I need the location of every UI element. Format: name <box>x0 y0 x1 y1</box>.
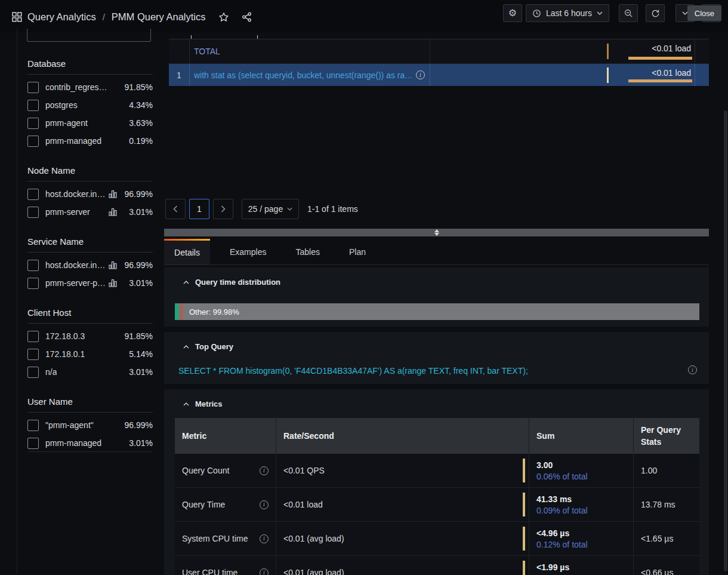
checkbox[interactable] <box>27 136 39 147</box>
query-table-row[interactable]: TOTAL i <0.01 load <box>169 39 709 64</box>
filter-item[interactable]: "pmm-agent" 96.99% <box>17 416 160 434</box>
checkbox[interactable] <box>27 420 39 431</box>
time-range-label: Last 6 hours <box>546 8 592 18</box>
details-tab[interactable]: Plan <box>340 239 375 265</box>
checkbox[interactable] <box>27 278 39 289</box>
checkbox[interactable] <box>27 82 39 93</box>
rate-sparkline-spike <box>523 561 525 575</box>
row-number <box>169 39 190 63</box>
filter-item-label[interactable]: 172.18.0.1 <box>45 349 85 359</box>
query-table: TOTAL i <0.01 load 1 with stat as (selec… <box>169 39 709 87</box>
filter-item[interactable]: host.docker.in… 96.99% <box>17 256 160 274</box>
filter-item[interactable]: contrib_regres… 91.85% <box>17 78 160 96</box>
checkbox[interactable] <box>27 331 39 342</box>
divider <box>27 252 153 253</box>
bar-chart-icon[interactable] <box>109 208 117 216</box>
checkbox[interactable] <box>27 260 39 271</box>
metric-name: User CPU time <box>182 568 237 575</box>
settings-button[interactable]: ⚙ <box>503 4 522 22</box>
chevron-up-icon[interactable] <box>183 402 189 406</box>
filter-item-label[interactable]: host.docker.in… <box>45 260 105 270</box>
rate-sparkline-spike <box>523 459 525 482</box>
filter-item[interactable]: 172.18.0.1 5.14% <box>17 345 160 363</box>
checkbox[interactable] <box>27 100 39 111</box>
filter-item[interactable]: pmm-server-p… 3.01% <box>17 274 160 292</box>
metric-name: Query Time <box>182 500 225 509</box>
distribution-segment[interactable] <box>175 303 179 320</box>
checkbox[interactable] <box>27 189 39 200</box>
filter-search-input[interactable] <box>27 29 151 42</box>
metric-sum: 41.33 ms <box>536 494 572 504</box>
filter-item-label[interactable]: postgres <box>45 100 78 110</box>
star-icon[interactable] <box>218 12 229 23</box>
info-icon[interactable]: i <box>260 466 269 475</box>
filter-item-label[interactable]: 172.18.0.3 <box>45 331 85 341</box>
chevron-up-icon[interactable] <box>183 345 189 349</box>
query-text-link[interactable]: TOTAL <box>194 47 220 56</box>
filter-item-label[interactable]: pmm-server-p… <box>45 278 106 288</box>
share-icon[interactable] <box>242 12 252 22</box>
query-time-distribution-section: Query time distribution Other: 99.98% <box>164 267 709 327</box>
filter-item-label[interactable]: "pmm-agent" <box>45 420 94 430</box>
breadcrumb-parent[interactable]: Query Analytics <box>27 11 96 23</box>
query-table-row[interactable]: 1 with stat as (select queryid, bucket, … <box>169 64 709 87</box>
top-header: Query Analytics / PMM Query Analytics ⚙ … <box>0 0 728 33</box>
apps-grid-icon[interactable] <box>12 12 22 22</box>
checkbox[interactable] <box>27 349 39 360</box>
divider <box>27 74 153 75</box>
filter-item-percent: 4.34% <box>122 100 153 110</box>
refresh-button[interactable] <box>646 4 665 22</box>
info-icon[interactable]: i <box>260 500 269 509</box>
filter-item-label[interactable]: host.docker.in… <box>45 189 105 199</box>
filter-item[interactable]: pmm-managed 3.01% <box>17 434 160 452</box>
metric-sum-percent-link[interactable]: 0.12% of total <box>536 540 588 549</box>
rate-sparkline-spike <box>523 493 525 516</box>
metric-sum-percent-link[interactable]: 0.06% of total <box>536 472 588 481</box>
prev-page-button[interactable] <box>165 199 186 219</box>
info-icon[interactable]: i <box>688 365 697 374</box>
query-text-link[interactable]: with stat as (select queryid, bucket, un… <box>194 70 412 80</box>
filter-item-label[interactable]: pmm-managed <box>45 136 101 146</box>
distribution-segment-other[interactable]: Other: 99.98% <box>183 303 699 320</box>
info-icon[interactable]: i <box>416 70 425 79</box>
bar-chart-icon[interactable] <box>109 190 117 198</box>
checkbox[interactable] <box>27 118 39 129</box>
checkbox[interactable] <box>27 367 39 378</box>
filter-item[interactable]: pmm-server 3.01% <box>17 203 160 221</box>
page-number-button[interactable]: 1 <box>189 199 209 219</box>
vertical-scrollbar[interactable] <box>724 110 727 571</box>
bar-chart-icon[interactable] <box>109 261 117 269</box>
filter-item[interactable]: n/a 3.01% <box>17 363 160 381</box>
next-page-button[interactable] <box>213 199 233 219</box>
panel-splitter[interactable] <box>164 229 709 236</box>
time-range-picker[interactable]: Last 6 hours <box>526 4 609 22</box>
checkbox[interactable] <box>27 438 39 449</box>
filter-item-label[interactable]: pmm-agent <box>45 118 88 128</box>
filter-item-percent: 3.63% <box>122 118 153 128</box>
filter-item[interactable]: postgres 4.34% <box>17 96 160 114</box>
filter-item-label[interactable]: pmm-managed <box>45 438 101 448</box>
filter-item-percent: 96.99% <box>122 189 153 199</box>
chevron-up-icon[interactable] <box>183 281 189 284</box>
details-tab[interactable]: Tables <box>286 239 329 265</box>
metric-sum-percent-link[interactable]: 0.09% of total <box>536 506 588 515</box>
checkbox[interactable] <box>27 207 39 218</box>
filter-item-label[interactable]: pmm-server <box>45 207 90 217</box>
filter-item-label[interactable]: contrib_regres… <box>45 82 107 92</box>
page-size-select[interactable]: 25 / page <box>242 199 299 219</box>
bar-chart-icon[interactable] <box>109 279 117 287</box>
filter-item-label[interactable]: n/a <box>45 367 57 377</box>
details-tabs-bar: Details Examples Tables Plan <box>164 239 709 265</box>
close-button[interactable]: Close <box>687 5 721 21</box>
info-icon[interactable]: i <box>260 534 269 543</box>
distribution-segment[interactable] <box>179 303 183 320</box>
filter-item[interactable]: pmm-managed 0.19% <box>17 132 160 150</box>
details-tab[interactable]: Details <box>164 239 210 265</box>
filter-item-percent: 0.19% <box>122 136 153 146</box>
filter-item[interactable]: pmm-agent 3.63% <box>17 114 160 132</box>
filter-item[interactable]: host.docker.in… 96.99% <box>17 185 160 203</box>
zoom-out-button[interactable] <box>619 4 638 22</box>
info-icon[interactable]: i <box>260 568 269 575</box>
details-tab[interactable]: Examples <box>220 239 276 265</box>
filter-item[interactable]: 172.18.0.3 91.85% <box>17 327 160 345</box>
